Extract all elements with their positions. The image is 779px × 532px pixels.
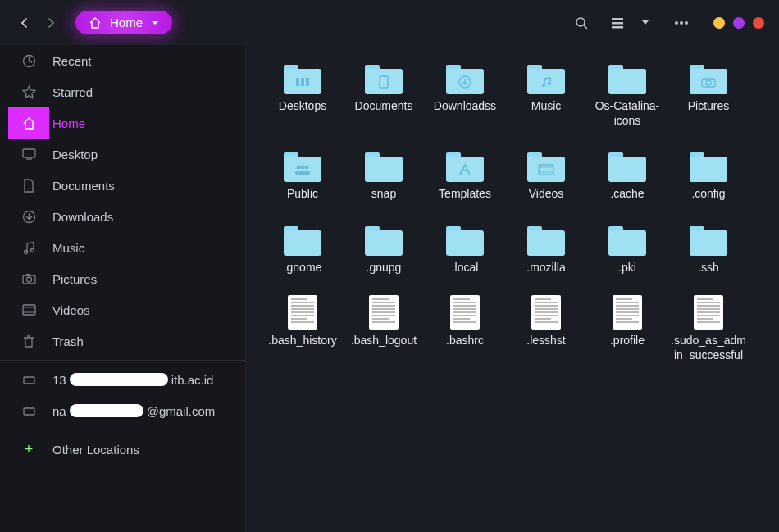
folder-item[interactable]: .config <box>668 148 749 203</box>
item-label: Templates <box>439 187 491 202</box>
sidebar-item-label: Desktop <box>49 148 98 161</box>
sidebar-item-label: Downloads <box>49 210 113 224</box>
item-label: .lesshst <box>526 334 565 348</box>
folder-item[interactable]: Pictures <box>668 60 749 130</box>
folder-item[interactable]: snap <box>344 148 424 203</box>
folder-icon <box>284 152 321 182</box>
item-label: Public <box>287 187 318 202</box>
chevron-down-icon <box>151 20 159 27</box>
sidebar-item-trash[interactable]: Trash <box>0 325 245 357</box>
item-label: .mozilla <box>526 261 565 275</box>
star-icon <box>8 85 49 99</box>
path-label: Home <box>110 16 143 30</box>
window-controls <box>713 17 764 29</box>
home-icon <box>89 16 102 30</box>
file-item[interactable]: .sudo_as_admin_successful <box>668 294 749 364</box>
sidebar-item-downloads[interactable]: Downloads <box>0 201 245 232</box>
folder-item[interactable]: .mozilla <box>506 221 586 277</box>
sidebar-item-videos[interactable]: Videos <box>0 294 245 325</box>
folder-item[interactable]: Downloadss <box>425 60 505 130</box>
folder-item[interactable]: Music <box>506 60 586 130</box>
item-label: .bash_history <box>268 334 336 348</box>
file-item[interactable]: .lesshst <box>506 294 586 364</box>
file-icon <box>613 295 642 330</box>
plus-icon: + <box>8 441 49 458</box>
svg-rect-18 <box>296 78 299 86</box>
item-label: .gnome <box>284 261 322 275</box>
svg-rect-8 <box>23 149 35 157</box>
sidebar-account-1[interactable]: na@gmail.com <box>0 395 245 426</box>
folder-item[interactable]: Public <box>262 148 343 203</box>
folder-icon <box>446 65 484 94</box>
file-item[interactable]: .bash_logout <box>344 294 424 364</box>
folder-item[interactable]: .gnupg <box>344 221 424 277</box>
toolbar: Home <box>0 0 779 45</box>
svg-point-24 <box>548 82 551 85</box>
sidebar-item-starred[interactable]: Starred <box>0 76 245 107</box>
folder-item[interactable]: .pki <box>587 221 667 277</box>
folder-icon <box>446 226 484 256</box>
svg-point-27 <box>297 165 301 169</box>
minimize-button[interactable] <box>713 17 725 29</box>
folder-item[interactable]: .gnome <box>262 221 343 277</box>
svg-rect-15 <box>23 305 35 315</box>
sidebar-item-home[interactable]: Home <box>0 107 245 139</box>
item-label: .config <box>691 187 725 202</box>
sidebar-item-label: Pictures <box>49 272 97 286</box>
item-label: Downloadss <box>434 99 496 114</box>
item-label: Documents <box>355 99 413 114</box>
folder-item[interactable]: Templates <box>425 148 505 203</box>
file-item[interactable]: .profile <box>587 294 667 364</box>
view-more-dropdown[interactable] <box>636 14 654 32</box>
folder-item[interactable]: Desktops <box>262 60 343 130</box>
file-icon <box>369 295 399 330</box>
forward-button[interactable] <box>41 13 61 33</box>
folder-item[interactable]: Documents <box>344 60 424 130</box>
back-button[interactable] <box>15 13 34 33</box>
folder-icon <box>608 152 646 182</box>
svg-point-26 <box>706 80 711 85</box>
folder-item[interactable]: .cache <box>587 148 667 203</box>
folder-icon <box>365 65 403 94</box>
video-icon <box>8 304 49 316</box>
path-pill[interactable]: Home <box>75 11 172 34</box>
sidebar-item-label: Recent <box>49 54 92 68</box>
sidebar-item-label: Music <box>49 241 84 255</box>
sidebar-item-recent[interactable]: Recent <box>0 45 245 76</box>
search-button[interactable] <box>572 14 590 32</box>
desktop-icon <box>8 148 49 160</box>
maximize-button[interactable] <box>733 17 745 29</box>
sidebar-item-label: na@gmail.com <box>49 404 215 418</box>
sidebar-item-label: Videos <box>49 303 90 317</box>
file-view: DesktopsDocumentsDownloadssMusicOs-Catal… <box>246 45 779 532</box>
drive-icon <box>8 405 49 417</box>
sidebar-item-desktop[interactable]: Desktop <box>0 139 245 170</box>
file-item[interactable]: .bash_history <box>262 294 343 364</box>
download-icon <box>8 210 49 224</box>
svg-point-11 <box>30 248 34 252</box>
item-label: Music <box>531 99 562 114</box>
file-item[interactable]: .bashrc <box>425 294 505 364</box>
menu-button[interactable] <box>672 14 690 32</box>
sidebar-item-label: Trash <box>49 334 84 348</box>
sidebar-account-0[interactable]: 13itb.ac.id <box>0 364 245 395</box>
sidebar-other-locations[interactable]: +Other Locations <box>0 434 245 465</box>
view-list-button[interactable] <box>608 14 626 32</box>
document-icon <box>8 179 49 193</box>
close-button[interactable] <box>753 17 764 29</box>
folder-icon <box>690 152 727 182</box>
svg-rect-2 <box>612 22 623 25</box>
sidebar-item-documents[interactable]: Documents <box>0 170 245 201</box>
folder-item[interactable]: Videos <box>506 148 586 203</box>
sidebar-item-music[interactable]: Music <box>0 232 245 263</box>
folder-item[interactable]: Os-Catalina-icons <box>587 60 667 130</box>
item-label: Pictures <box>688 99 730 114</box>
camera-icon <box>8 273 49 284</box>
item-label: .bashrc <box>446 334 484 348</box>
folder-item[interactable]: .local <box>425 221 505 277</box>
sidebar-item-pictures[interactable]: Pictures <box>0 263 245 294</box>
folder-item[interactable]: .ssh <box>668 221 749 277</box>
sidebar-item-label: Starred <box>49 85 93 99</box>
sidebar-item-label: Other Locations <box>49 443 139 457</box>
file-icon <box>288 295 317 330</box>
